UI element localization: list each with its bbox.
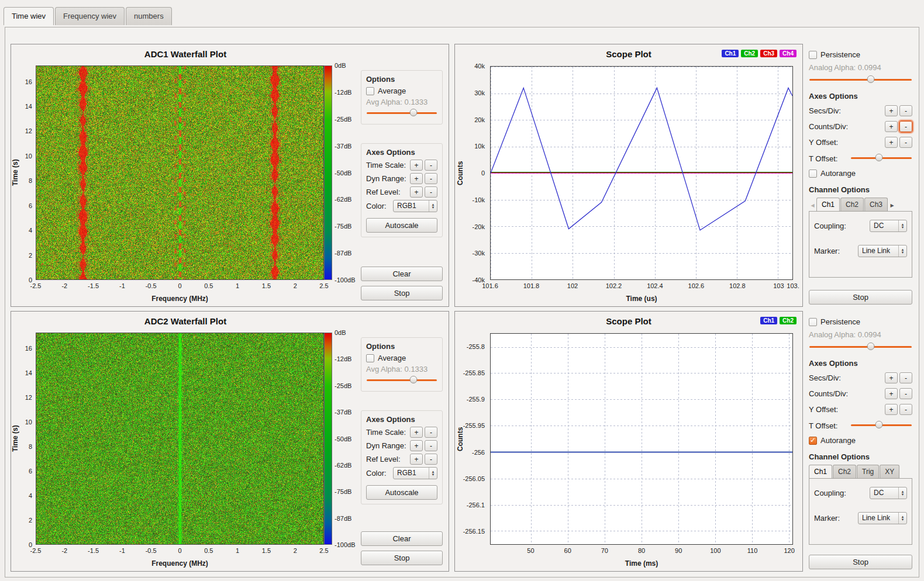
spinner-arrows-icon[interactable]: ▲▼ — [898, 513, 906, 524]
legend-chip-ch4[interactable]: Ch4 — [780, 50, 797, 57]
counts-div-minus-button[interactable]: - — [899, 388, 912, 399]
legend-chip-ch3[interactable]: Ch3 — [760, 50, 777, 57]
channel-tab-ch2[interactable]: Ch2 — [840, 198, 864, 212]
color-value: RGB1 — [394, 200, 429, 212]
legend-chip-ch1[interactable]: Ch1 — [722, 50, 739, 57]
x-tick-label: 103 — [773, 282, 784, 289]
time-scale-plus-button[interactable]: + — [410, 427, 423, 438]
legend-chip-ch1[interactable]: Ch1 — [760, 317, 777, 324]
tab-frequency-view[interactable]: Frequency wiev — [55, 7, 125, 25]
channel-options-frame: Coupling: DC ▲▼ Marker: Line Link ▲▼ — [809, 211, 912, 278]
stop-button[interactable]: Stop — [809, 290, 912, 305]
secs-div-plus-button[interactable]: + — [885, 105, 898, 116]
analog-alpha-slider[interactable] — [809, 343, 912, 351]
autorange-checkbox[interactable]: Autorange — [809, 169, 912, 178]
y-offset-minus-button[interactable]: - — [899, 404, 912, 415]
time-scale-plus-button[interactable]: + — [410, 160, 423, 171]
color-select[interactable]: RGB1 ▲▼ — [393, 467, 437, 479]
dyn-range-minus-button[interactable]: - — [425, 440, 437, 451]
channel-tab-trig[interactable]: Trig — [857, 465, 879, 479]
tab-scroll-left-icon[interactable]: ◀ — [809, 203, 816, 212]
marker-select[interactable]: Line Link ▲▼ — [858, 245, 907, 257]
scope1-canvas[interactable] — [491, 67, 792, 279]
channel-tab-ch1[interactable]: Ch1 — [809, 465, 832, 479]
slider-handle[interactable] — [875, 421, 882, 428]
avg-alpha-slider[interactable] — [367, 376, 437, 385]
stop-button[interactable]: Stop — [361, 551, 443, 565]
stop-button[interactable]: Stop — [809, 555, 912, 569]
slider-handle[interactable] — [410, 109, 418, 116]
autorange-checkbox[interactable]: Autorange — [809, 436, 912, 445]
average-checkbox[interactable]: Average — [366, 354, 437, 362]
color-label: Color: — [366, 202, 387, 210]
clear-button[interactable]: Clear — [361, 267, 443, 281]
legend-chip-ch2[interactable]: Ch2 — [741, 50, 758, 57]
avg-alpha-slider[interactable] — [367, 109, 437, 117]
scope2-x-axis-label: Time (ms) — [490, 559, 793, 568]
dyn-range-plus-button[interactable]: + — [410, 173, 423, 184]
tab-numbers[interactable]: numbers — [126, 7, 172, 25]
adc1-x-ticks: -2.5-2-1.5-1-0.500.511.522.5 — [36, 282, 324, 290]
time-scale-minus-button[interactable]: - — [425, 427, 437, 438]
persistence-checkbox[interactable]: Persistence — [809, 50, 912, 59]
y-tick-label: -255.8 — [467, 343, 485, 350]
y-tick-label: -255.9 — [467, 396, 485, 403]
slider-handle[interactable] — [875, 154, 882, 161]
spinner-arrows-icon[interactable]: ▲▼ — [429, 468, 437, 479]
analog-alpha-slider[interactable] — [809, 75, 912, 84]
counts-div-minus-button[interactable]: - — [899, 121, 912, 132]
legend-chip-ch2[interactable]: Ch2 — [780, 317, 797, 324]
secs-div-minus-button[interactable]: - — [899, 105, 912, 116]
coupling-select[interactable]: DC ▲▼ — [870, 487, 907, 499]
autoscale-button[interactable]: Autoscale — [366, 218, 437, 233]
ref-level-minus-button[interactable]: - — [425, 186, 437, 198]
tab-time-view[interactable]: Time wiev — [4, 7, 54, 25]
average-checkbox[interactable]: Average — [366, 87, 437, 95]
spinner-arrows-icon[interactable]: ▲▼ — [898, 487, 906, 499]
secs-div-minus-button[interactable]: - — [899, 372, 912, 383]
scope2-canvas[interactable] — [491, 334, 792, 544]
channel-tab-ch1[interactable]: Ch1 — [816, 198, 840, 212]
adc2-waterfall-panel: ADC2 Waterfall Plot Time (s) 16141210864… — [11, 311, 449, 572]
y-tick-label: 2 — [29, 252, 32, 259]
channel-tab-xy[interactable]: XY — [880, 465, 899, 479]
adc1-waterfall-canvas[interactable] — [36, 66, 323, 279]
channel-tab-ch2[interactable]: Ch2 — [833, 465, 856, 479]
counts-div-plus-button[interactable]: + — [885, 121, 898, 132]
slider-handle[interactable] — [410, 376, 418, 383]
spinner-arrows-icon[interactable]: ▲▼ — [898, 245, 906, 257]
counts-div-plus-button[interactable]: + — [885, 388, 898, 399]
spinner-arrows-icon[interactable]: ▲▼ — [429, 200, 437, 212]
persistence-checkbox[interactable]: Persistence — [809, 317, 912, 326]
secs-div-plus-button[interactable]: + — [885, 372, 898, 383]
y-offset-minus-button[interactable]: - — [899, 137, 912, 148]
ref-level-minus-button[interactable]: - — [425, 454, 437, 465]
coupling-select[interactable]: DC ▲▼ — [870, 220, 907, 232]
ref-level-label: Ref Level: — [366, 455, 401, 464]
channel-tab-ch3[interactable]: Ch3 — [864, 198, 888, 212]
y-offset-plus-button[interactable]: + — [885, 404, 898, 415]
x-tick-label: 50 — [527, 547, 534, 554]
y-offset-plus-button[interactable]: + — [885, 137, 898, 148]
spinner-arrows-icon[interactable]: ▲▼ — [898, 220, 906, 231]
stop-button[interactable]: Stop — [361, 286, 443, 300]
adc2-waterfall-canvas[interactable] — [36, 333, 323, 544]
adc2-y-ticks: 1614121086420 — [18, 333, 34, 545]
t-offset-slider[interactable] — [851, 421, 912, 430]
slider-handle[interactable] — [867, 75, 875, 83]
clear-button[interactable]: Clear — [361, 531, 443, 546]
y-tick-label: 8 — [29, 177, 32, 184]
slider-handle[interactable] — [867, 343, 875, 350]
t-offset-slider[interactable] — [851, 154, 912, 162]
ref-level-plus-button[interactable]: + — [410, 186, 423, 198]
slider-track — [809, 346, 912, 348]
time-scale-minus-button[interactable]: - — [425, 160, 437, 171]
dyn-range-minus-button[interactable]: - — [425, 173, 437, 184]
autoscale-button[interactable]: Autoscale — [366, 485, 437, 500]
ref-level-plus-button[interactable]: + — [410, 454, 423, 465]
color-select[interactable]: RGB1 ▲▼ — [393, 200, 437, 212]
tab-scroll-right-icon[interactable]: ▶ — [888, 203, 896, 212]
marker-select[interactable]: Line Link ▲▼ — [858, 512, 907, 524]
x-tick-label: 102.6 — [688, 282, 705, 289]
dyn-range-plus-button[interactable]: + — [410, 440, 423, 451]
